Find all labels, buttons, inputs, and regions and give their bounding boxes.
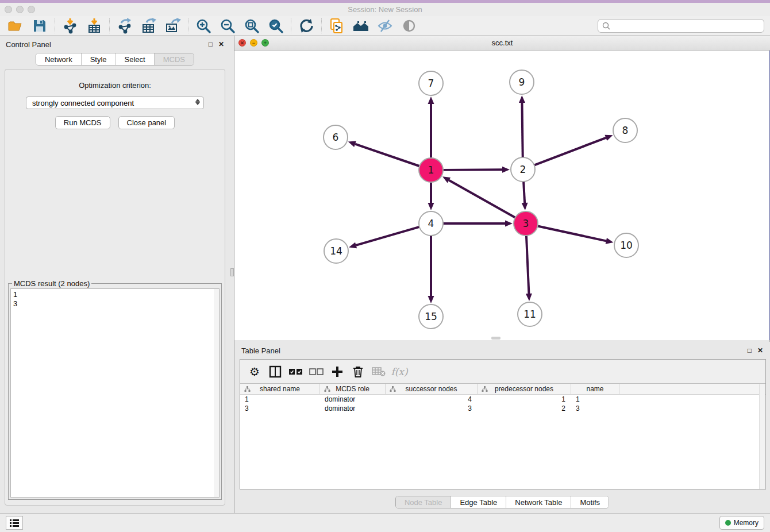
delete-table-button[interactable] xyxy=(370,363,387,380)
select-all-columns-button[interactable] xyxy=(287,363,305,380)
export-table-icon xyxy=(141,18,157,34)
toolbar-separator xyxy=(109,18,110,33)
graph-node-label: 10 xyxy=(620,240,633,251)
task-history-button[interactable] xyxy=(6,516,23,530)
graph-edge-1-2[interactable] xyxy=(442,169,502,170)
graph-edge-2-9[interactable] xyxy=(522,103,522,158)
table-cell[interactable]: 4 xyxy=(386,395,478,404)
graph-node-label: 3 xyxy=(523,218,529,229)
zoom-fit-button[interactable] xyxy=(240,17,264,34)
tab-motifs[interactable]: Motifs xyxy=(571,496,609,508)
delete-column-button[interactable] xyxy=(349,363,367,380)
column-header-predecessor-nodes[interactable]: predecessor nodes xyxy=(478,384,571,394)
graph-edge-arrowhead xyxy=(526,294,532,301)
graph-edge-3-1[interactable] xyxy=(449,180,515,218)
export-image-button[interactable] xyxy=(161,17,185,34)
tab-mcds[interactable]: MCDS xyxy=(155,53,194,65)
home-button[interactable] xyxy=(349,17,373,34)
graph-edge-arrowhead xyxy=(428,203,434,210)
unselect-all-columns-button[interactable] xyxy=(308,363,325,380)
graph-edge-arrowhead xyxy=(428,97,434,104)
import-table-button[interactable] xyxy=(82,17,106,34)
graph-edge-1-6[interactable] xyxy=(355,144,420,167)
table-settings-button[interactable]: ⚙ xyxy=(246,363,263,380)
float-table-panel-icon[interactable]: □ xyxy=(748,347,752,354)
canvas-hscroll-handle[interactable] xyxy=(491,337,500,340)
table-cell[interactable]: 1 xyxy=(240,395,320,404)
show-columns-button[interactable] xyxy=(267,363,284,380)
zoom-in-button[interactable] xyxy=(191,17,215,34)
table-cell[interactable]: 3 xyxy=(386,404,478,413)
hide-selected-button[interactable] xyxy=(373,17,397,34)
result-scrollbar[interactable] xyxy=(214,289,219,497)
list-icon xyxy=(10,519,19,527)
float-panel-icon[interactable]: □ xyxy=(209,41,213,48)
search-field[interactable] xyxy=(598,19,764,33)
refresh-button[interactable] xyxy=(294,17,318,34)
control-panel: Control Panel □ ✕ NetworkStyleSelectMCDS… xyxy=(0,36,230,513)
export-table-button[interactable] xyxy=(137,17,161,34)
graph-edge-arrowhead xyxy=(519,95,525,103)
network-canvas[interactable]: 7968124314101511 xyxy=(234,51,770,340)
graph-edge-3-10[interactable] xyxy=(537,226,606,241)
network-window-titlebar[interactable]: ✕ − + scc.txt xyxy=(234,36,770,51)
tab-select[interactable]: Select xyxy=(116,53,155,65)
table-cell[interactable]: 1 xyxy=(478,395,571,404)
optimization-criterion-select[interactable]: strongly connected component xyxy=(26,97,204,109)
graph-edge-4-14[interactable] xyxy=(356,227,420,245)
table-cell[interactable]: 2 xyxy=(478,404,571,413)
mcds-result-text[interactable]: 1 3 xyxy=(10,288,220,498)
column-header-name[interactable]: name xyxy=(571,384,619,394)
table-tabs: Node TableEdge TableNetwork TableMotifs xyxy=(395,496,609,508)
column-header-label: successor nodes xyxy=(405,385,457,393)
graph-edge-2-3[interactable] xyxy=(523,181,525,203)
mcds-result-fieldset: MCDS result (2 nodes) 1 3 xyxy=(8,283,222,500)
import-network-button[interactable] xyxy=(58,17,82,34)
tab-node-table[interactable]: Node Table xyxy=(396,496,452,508)
trash-icon xyxy=(352,365,364,378)
memory-button[interactable]: Memory xyxy=(719,516,764,530)
zoom-out-icon xyxy=(220,18,236,34)
column-header-shared-name[interactable]: shared name xyxy=(240,384,320,394)
save-session-button[interactable] xyxy=(28,17,52,34)
export-network-button[interactable] xyxy=(113,17,137,34)
zoom-selected-button[interactable] xyxy=(264,17,288,34)
show-all-button[interactable] xyxy=(397,17,421,34)
network-window-title: scc.txt xyxy=(234,38,770,47)
run-mcds-button[interactable]: Run MCDS xyxy=(55,116,110,129)
tab-style[interactable]: Style xyxy=(82,53,116,65)
zoom-out-button[interactable] xyxy=(215,17,240,34)
close-table-panel-icon[interactable]: ✕ xyxy=(757,347,763,354)
tab-network[interactable]: Network xyxy=(36,53,82,65)
close-panel-button[interactable]: Close panel xyxy=(118,116,175,129)
table-toolbar: ⚙ f(x) xyxy=(240,360,765,384)
network-style-button[interactable] xyxy=(325,17,349,34)
open-session-button[interactable] xyxy=(3,17,28,34)
search-input[interactable] xyxy=(611,20,764,32)
application-window: Session: New Session xyxy=(0,0,770,532)
splitter-handle[interactable] xyxy=(230,268,234,276)
table-vscroll[interactable] xyxy=(759,384,765,489)
memory-status-icon xyxy=(725,520,731,526)
toolbar-separator xyxy=(321,18,322,33)
node-table: shared nameMCDS rolesuccessor nodesprede… xyxy=(240,384,765,413)
graph-edge-3-11[interactable] xyxy=(526,235,529,294)
optimization-criterion-label: Optimization criterion: xyxy=(5,81,225,90)
table-cell[interactable]: dominator xyxy=(320,404,386,413)
vertical-splitter[interactable] xyxy=(230,36,234,513)
graph-edge-2-8[interactable] xyxy=(534,138,606,165)
column-header-successor-nodes[interactable]: successor nodes xyxy=(386,384,478,394)
column-header-MCDS-role[interactable]: MCDS role xyxy=(320,384,386,394)
tab-edge-table[interactable]: Edge Table xyxy=(451,496,506,508)
create-column-button[interactable] xyxy=(329,363,346,380)
tab-network-table[interactable]: Network Table xyxy=(506,496,571,508)
table-cell[interactable]: dominator xyxy=(320,395,386,404)
close-panel-icon[interactable]: ✕ xyxy=(218,41,224,48)
delete-table-icon xyxy=(372,367,386,377)
control-panel-title: Control Panel xyxy=(6,40,51,49)
toolbar-separator xyxy=(188,18,188,33)
apply-function-button[interactable]: f(x) xyxy=(391,363,408,380)
table-cell[interactable]: 3 xyxy=(571,404,619,413)
table-cell[interactable]: 3 xyxy=(240,404,320,413)
table-cell[interactable]: 1 xyxy=(571,395,619,404)
